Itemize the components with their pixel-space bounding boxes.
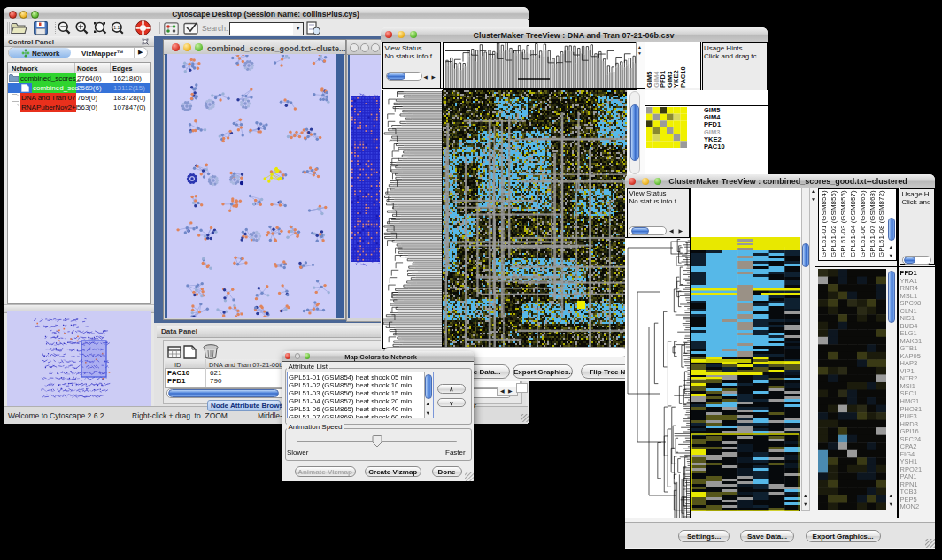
svg-text:1:1: 1:1 bbox=[113, 25, 120, 30]
